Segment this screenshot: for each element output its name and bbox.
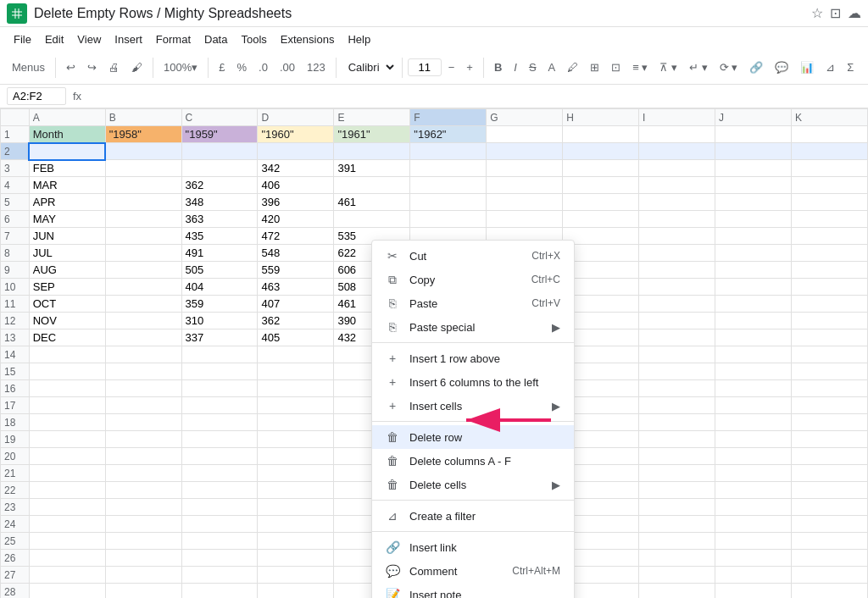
cell-e3[interactable]: 391 — [334, 160, 410, 177]
cell-b6[interactable] — [105, 211, 181, 228]
cell-i7[interactable] — [639, 228, 715, 245]
col-header-a[interactable]: A — [29, 109, 105, 126]
rotate-button[interactable]: ⟳ ▾ — [715, 58, 743, 77]
cell-j6[interactable] — [715, 211, 792, 228]
cell-j13[interactable] — [715, 329, 792, 346]
cell-j7[interactable] — [715, 228, 792, 245]
format-123-button[interactable]: 123 — [302, 58, 331, 77]
cell-a2[interactable] — [29, 143, 105, 160]
cell-a12[interactable]: NOV — [29, 313, 105, 329]
print-button[interactable]: 🖨 — [103, 58, 125, 77]
menu-file[interactable]: File — [7, 30, 38, 48]
cell-j1[interactable] — [715, 126, 792, 143]
cell-j4[interactable] — [715, 177, 792, 194]
cell-a8[interactable]: JUL — [29, 245, 105, 262]
cell-d3[interactable]: 342 — [258, 160, 334, 177]
cell-k13[interactable] — [791, 329, 867, 346]
cell-b4[interactable] — [105, 177, 181, 194]
col-header-h[interactable]: H — [563, 109, 639, 126]
menu-view[interactable]: View — [70, 30, 108, 48]
decrease-decimal-button[interactable]: .0 — [253, 58, 273, 77]
cell-c4[interactable]: 362 — [181, 177, 258, 194]
col-header-j[interactable]: J — [715, 109, 792, 126]
ctx-create-filter[interactable]: ⊿ Create a filter — [372, 504, 574, 528]
col-header-k[interactable]: K — [791, 109, 867, 126]
ctx-comment[interactable]: 💬 Comment Ctrl+Alt+M — [372, 559, 574, 583]
strikethrough-button[interactable]: S — [524, 58, 542, 77]
cell-k12[interactable] — [791, 313, 867, 329]
cell-h2[interactable] — [563, 143, 639, 160]
cell-k3[interactable] — [791, 160, 867, 177]
cell-e2[interactable] — [334, 143, 410, 160]
valign-button[interactable]: ⊼ ▾ — [654, 58, 682, 77]
cell-h1[interactable] — [563, 126, 639, 143]
cell-h3[interactable] — [563, 160, 639, 177]
col-header-c[interactable]: C — [181, 109, 258, 126]
percent-button[interactable]: % — [232, 58, 253, 77]
cell-j5[interactable] — [715, 194, 792, 211]
col-header-e[interactable]: E — [334, 109, 410, 126]
cell-d11[interactable]: 407 — [258, 296, 334, 313]
cell-c2[interactable] — [181, 143, 258, 160]
cell-j9[interactable] — [715, 262, 792, 279]
font-size-increase[interactable]: + — [461, 58, 478, 77]
cell-f1[interactable]: "1962" — [410, 126, 487, 143]
cell-a5[interactable]: APR — [29, 194, 105, 211]
cell-i12[interactable] — [639, 313, 715, 329]
ctx-paste-special[interactable]: ⎘ Paste special ▶ — [372, 315, 574, 339]
cell-f4[interactable] — [410, 177, 487, 194]
ctx-copy[interactable]: ⧉ Copy Ctrl+C — [372, 268, 574, 291]
cell-b10[interactable] — [105, 279, 181, 296]
menu-format[interactable]: Format — [149, 30, 198, 48]
cell-d1[interactable]: "1960" — [258, 126, 334, 143]
ctx-insert-note[interactable]: 📝 Insert note — [372, 583, 574, 598]
cell-f5[interactable] — [410, 194, 487, 211]
cell-k2[interactable] — [791, 143, 867, 160]
cell-j2[interactable] — [715, 143, 792, 160]
cell-c3[interactable] — [181, 160, 258, 177]
menu-tools[interactable]: Tools — [234, 30, 273, 48]
font-color-button[interactable]: A — [543, 58, 561, 77]
menu-data[interactable]: Data — [198, 30, 234, 48]
ctx-delete-cols[interactable]: 🗑 Delete columns A - F — [372, 449, 574, 473]
cell-d13[interactable]: 405 — [258, 329, 334, 346]
cell-i10[interactable] — [639, 279, 715, 296]
ctx-insert-cells[interactable]: + Insert cells ▶ — [372, 394, 574, 418]
link-button[interactable]: 🔗 — [744, 58, 768, 77]
menu-extensions[interactable]: Extensions — [274, 30, 342, 48]
merge-button[interactable]: ⊡ — [606, 58, 626, 77]
cell-a3[interactable]: FEB — [29, 160, 105, 177]
col-header-g[interactable]: G — [487, 109, 563, 126]
ctx-insert-cols-left[interactable]: + Insert 6 columns to the left — [372, 370, 574, 394]
cell-i6[interactable] — [639, 211, 715, 228]
ctx-delete-cells[interactable]: 🗑 Delete cells ▶ — [372, 473, 574, 496]
cell-f3[interactable] — [410, 160, 487, 177]
ctx-insert-link[interactable]: 🔗 Insert link — [372, 535, 574, 559]
cell-d8[interactable]: 548 — [258, 245, 334, 262]
cell-b12[interactable] — [105, 313, 181, 329]
cell-c10[interactable]: 404 — [181, 279, 258, 296]
cell-i2[interactable] — [639, 143, 715, 160]
cell-d7[interactable]: 472 — [258, 228, 334, 245]
cell-b11[interactable] — [105, 296, 181, 313]
font-size-decrease[interactable]: − — [443, 58, 460, 77]
menu-edit[interactable]: Edit — [38, 30, 70, 48]
cell-b5[interactable] — [105, 194, 181, 211]
cell-i3[interactable] — [639, 160, 715, 177]
font-size-input[interactable] — [408, 58, 442, 76]
cell-d10[interactable]: 463 — [258, 279, 334, 296]
cell-g2[interactable] — [487, 143, 563, 160]
highlight-button[interactable]: 🖊 — [562, 58, 583, 77]
ctx-delete-row[interactable]: 🗑 Delete row — [372, 425, 574, 449]
cell-a11[interactable]: OCT — [29, 296, 105, 313]
cell-k11[interactable] — [791, 296, 867, 313]
cell-a1[interactable]: Month — [29, 126, 105, 143]
wrap-button[interactable]: ↵ ▾ — [684, 58, 713, 77]
cell-i11[interactable] — [639, 296, 715, 313]
chart-button[interactable]: 📊 — [795, 58, 819, 77]
align-button[interactable]: ≡ ▾ — [627, 58, 653, 77]
cell-k8[interactable] — [791, 245, 867, 262]
cell-k7[interactable] — [791, 228, 867, 245]
cell-j8[interactable] — [715, 245, 792, 262]
menu-help[interactable]: Help — [341, 30, 377, 48]
